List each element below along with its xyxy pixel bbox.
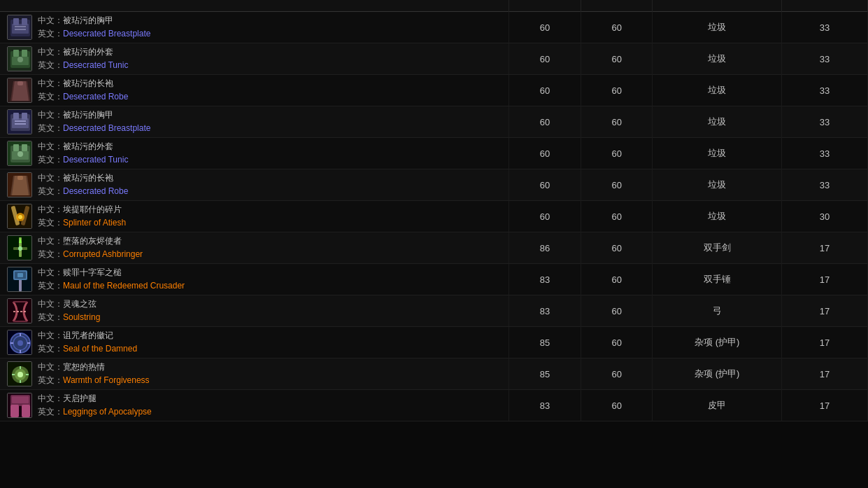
header-need[interactable] (581, 0, 653, 12)
item-icon (7, 204, 32, 229)
svg-rect-5 (15, 26, 26, 27)
item-english-name: 英文：Desecrated Robe (38, 91, 128, 103)
item-chinese-name: 中文：被玷污的胸甲 (38, 109, 150, 121)
item-need: 60 (581, 358, 653, 390)
item-chinese-name: 中文：被玷污的外套 (38, 46, 128, 58)
item-english-name: 英文：Corrupted Ashbringer (38, 249, 143, 260)
item-english-name: 英文：Warmth of Forgiveness (38, 375, 150, 386)
item-type: 杂项 (护甲) (653, 358, 782, 390)
item-percent: 33 (781, 43, 867, 75)
item-percent: 17 (781, 232, 867, 264)
item-type: 垃圾 (653, 43, 782, 75)
item-level: 60 (509, 106, 581, 138)
table-row[interactable]: 中文：被玷污的长袍英文：Desecrated Robe6060垃圾33 (0, 75, 868, 106)
header-name[interactable] (0, 0, 509, 12)
item-type: 弓 (653, 295, 782, 327)
table-row[interactable]: 中文：宽恕的热情英文：Warmth of Forgiveness8560杂项 (… (0, 358, 868, 390)
item-level: 60 (509, 75, 581, 106)
item-need: 60 (581, 327, 653, 358)
item-need: 60 (581, 43, 653, 75)
item-need: 60 (581, 264, 653, 295)
item-need: 60 (581, 295, 653, 327)
item-need: 60 (581, 232, 653, 264)
table-row[interactable]: 中文：赎罪十字军之槌英文：Maul of the Redeemed Crusad… (0, 264, 868, 295)
item-percent: 33 (781, 106, 867, 138)
table-row[interactable]: 中文：埃提耶什的碎片英文：Splinter of Atiesh6060垃圾30 (0, 201, 868, 232)
svg-rect-68 (22, 405, 30, 417)
header-percent[interactable] (781, 0, 867, 12)
item-chinese-name: 中文：灵魂之弦 (38, 298, 100, 310)
loot-table: 中文：被玷污的胸甲英文：Desecrated Breastplate6060垃圾… (0, 0, 868, 421)
table-row[interactable]: 中文：被玷污的外套英文：Desecrated Tunic6060垃圾33 (0, 138, 868, 169)
item-percent: 33 (781, 169, 867, 201)
svg-point-38 (18, 215, 22, 219)
item-chinese-name: 中文：宽恕的热情 (38, 361, 150, 373)
item-icon (7, 298, 32, 323)
item-percent: 17 (781, 264, 867, 295)
item-icon (7, 330, 32, 355)
item-level: 85 (509, 327, 581, 358)
item-english-name: 英文：Soulstring (38, 312, 100, 323)
item-chinese-name: 中文：赎罪十字军之槌 (38, 267, 185, 279)
item-type: 垃圾 (653, 12, 782, 43)
item-english-name: 英文：Splinter of Atiesh (38, 217, 126, 229)
item-chinese-name: 中文：被玷污的长袍 (38, 172, 128, 184)
item-percent: 33 (781, 12, 867, 43)
item-icon (7, 267, 32, 292)
item-level: 60 (509, 169, 581, 201)
item-percent: 17 (781, 358, 867, 390)
table-row[interactable]: 中文：被玷污的外套英文：Desecrated Tunic6060垃圾33 (0, 43, 868, 75)
svg-rect-22 (15, 120, 26, 122)
item-icon (7, 235, 32, 260)
header-level[interactable] (509, 0, 581, 12)
item-chinese-name: 中文：天启护腿 (38, 393, 152, 405)
item-english-name: 英文：Seal of the Damned (38, 343, 137, 355)
svg-rect-67 (10, 405, 19, 417)
table-header (0, 0, 868, 12)
item-level: 60 (509, 201, 581, 232)
item-percent: 17 (781, 390, 867, 421)
item-english-name: 英文：Desecrated Breastplate (38, 123, 150, 134)
item-english-name: 英文：Desecrated Tunic (38, 154, 128, 166)
item-chinese-name: 中文：埃提耶什的碎片 (38, 204, 126, 216)
table-row[interactable]: 中文：堕落的灰烬使者英文：Corrupted Ashbringer8660双手剑… (0, 232, 868, 264)
table-row[interactable]: 中文：被玷污的长袍英文：Desecrated Robe6060垃圾33 (0, 169, 868, 201)
svg-rect-26 (13, 144, 19, 151)
item-percent: 33 (781, 75, 867, 106)
table-row[interactable]: 中文：天启护腿英文：Leggings of Apocalypse8360皮甲17 (0, 390, 868, 421)
svg-rect-69 (12, 396, 29, 403)
svg-rect-16 (17, 81, 23, 85)
header-type[interactable] (653, 0, 782, 12)
table-row[interactable]: 中文：诅咒者的徽记英文：Seal of the Damned8560杂项 (护甲… (0, 327, 868, 358)
item-chinese-name: 中文：被玷污的胸甲 (38, 15, 150, 27)
item-level: 83 (509, 390, 581, 421)
item-need: 60 (581, 75, 653, 106)
item-percent: 33 (781, 138, 867, 169)
item-level: 60 (509, 138, 581, 169)
item-english-name: 英文：Leggings of Apocalypse (38, 406, 152, 418)
item-icon (7, 78, 32, 103)
item-type: 垃圾 (653, 169, 782, 201)
item-percent: 17 (781, 327, 867, 358)
table-row[interactable]: 中文：被玷污的胸甲英文：Desecrated Breastplate6060垃圾… (0, 106, 868, 138)
item-english-name: 英文：Desecrated Tunic (38, 60, 128, 71)
item-level: 60 (509, 12, 581, 43)
item-chinese-name: 中文：被玷污的外套 (38, 141, 128, 153)
item-level: 85 (509, 358, 581, 390)
item-need: 60 (581, 138, 653, 169)
svg-point-29 (17, 151, 23, 157)
table-row[interactable]: 中文：灵魂之弦英文：Soulstring8360弓17 (0, 295, 868, 327)
item-percent: 30 (781, 201, 867, 232)
item-icon (7, 109, 32, 134)
svg-rect-33 (17, 176, 23, 180)
item-icon (7, 172, 32, 197)
item-icon (7, 393, 32, 418)
item-icon (7, 141, 32, 166)
table-row[interactable]: 中文：被玷污的胸甲英文：Desecrated Breastplate6060垃圾… (0, 12, 868, 43)
svg-rect-48 (17, 273, 23, 277)
item-icon (7, 361, 32, 386)
item-need: 60 (581, 106, 653, 138)
item-type: 垃圾 (653, 106, 782, 138)
svg-point-64 (17, 372, 23, 377)
item-type: 皮甲 (653, 390, 782, 421)
